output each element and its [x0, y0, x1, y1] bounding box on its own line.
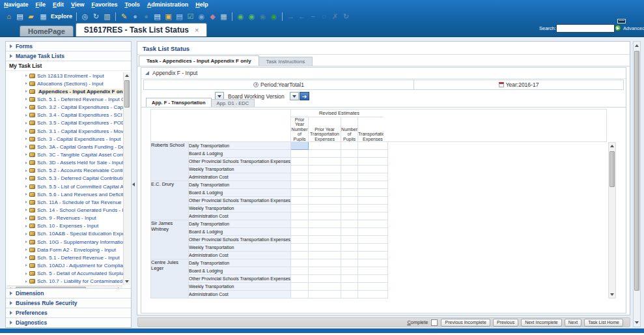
grid-cell[interactable] — [341, 181, 358, 189]
task-tree-item-label[interactable]: Data Form A2 - Enveloping - Input — [37, 247, 116, 253]
window-tab-homepage[interactable]: HomePage — [20, 25, 74, 36]
grid-cell[interactable] — [341, 291, 358, 299]
grid-cell[interactable] — [309, 173, 341, 181]
task-tree-item[interactable]: Sch. 5.1 - Deferred Revenue - Input Open… — [7, 95, 124, 103]
expand-icon[interactable] — [25, 114, 27, 117]
new-document-icon[interactable]: ▤ — [14, 12, 25, 22]
complete-checkbox[interactable] — [431, 319, 438, 326]
grid-cell[interactable] — [309, 150, 341, 158]
task-tree-item-label[interactable]: Sch. 5.5 - List of Committed Capital Amt… — [37, 184, 124, 190]
grid-cell[interactable] — [309, 267, 341, 275]
expand-icon[interactable] — [25, 74, 27, 77]
menu-navigate[interactable]: Navigate — [4, 1, 29, 8]
grid-cell[interactable] — [309, 244, 341, 252]
task-tree-item-label[interactable]: Sch. 3.2 - Capital Expenditures - Capita… — [37, 104, 124, 110]
grid-cell[interactable] — [341, 189, 358, 197]
advanced-search-link[interactable]: Advanced — [623, 25, 644, 31]
task-tree-item-label[interactable]: Sch. 3.4 - Capital Expenditures - SCI an… — [37, 112, 124, 118]
scroll-up-icon[interactable] — [635, 44, 639, 47]
tab-task-instructions[interactable]: Task Instructions — [259, 57, 313, 66]
task-tree-item-label[interactable]: Sch. 3C - Tangible Capital Asset Continu… — [37, 152, 124, 158]
task-list-home-button[interactable]: Task List Home — [584, 319, 623, 327]
task-tree-item-label[interactable]: Sch. 10 - Expenses - Input — [37, 223, 98, 229]
grid-cell[interactable] — [341, 166, 358, 173]
home-icon[interactable]: ⌂ — [3, 12, 14, 22]
task-tree-item[interactable]: Sch. 3.1 - Capital Expenditures - Moveab… — [7, 127, 124, 135]
menu-view[interactable]: View — [71, 1, 84, 8]
grid-cell[interactable] — [291, 252, 309, 259]
task-tree-item[interactable]: Sch. 9 - Revenues - Input — [7, 214, 124, 222]
info-icon[interactable]: ◉ — [196, 12, 207, 22]
indent-icon[interactable]: → — [285, 12, 296, 22]
grid-cell[interactable] — [341, 228, 358, 236]
grid-cell[interactable] — [358, 228, 388, 236]
expand-icon[interactable] — [25, 256, 27, 259]
task-tree-item-label[interactable]: Sch. 10G - Supplementary Information on … — [37, 239, 124, 245]
grid-cell[interactable] — [358, 166, 388, 173]
grid-cell[interactable] — [309, 236, 341, 244]
task-tree-item-label[interactable]: Sch. 5.3 - Deferred Capital Contribution… — [37, 175, 124, 181]
grid-cell[interactable] — [291, 244, 309, 252]
collapse-section-icon[interactable] — [145, 71, 149, 75]
grid-cell[interactable] — [309, 166, 341, 173]
export-icon[interactable]: ◉ — [268, 12, 279, 22]
grid-cell[interactable] — [358, 173, 388, 181]
sidebar-section-dimension[interactable]: Dimension — [6, 288, 131, 298]
grid-cell[interactable] — [291, 189, 309, 197]
window-tab-s1617res-task-list-status[interactable]: S1617RES - Task List Status× — [76, 23, 208, 36]
collapse-toolbar-icon[interactable] — [617, 19, 626, 23]
expand-icon[interactable] — [25, 122, 27, 124]
task-tree-item[interactable]: Sch. 3.5 - Capital Expenditures - POD Ex… — [7, 119, 124, 127]
task-tree-item-label[interactable]: Sch. 10ADJ - Adjustment for Compliance P… — [37, 263, 124, 269]
outdent-icon[interactable]: ← — [296, 12, 307, 22]
grid-cell[interactable] — [358, 267, 388, 275]
grid-cell[interactable] — [309, 142, 341, 150]
grid-cell[interactable] — [358, 158, 388, 166]
grid-vertical-scrollbar[interactable] — [608, 142, 616, 299]
grid-cell[interactable] — [341, 220, 358, 228]
grid-cell[interactable] — [358, 291, 388, 299]
main-vertical-scrollbar[interactable] — [633, 41, 641, 327]
task-tree-item-label[interactable]: Appendices - Input Appendix F only — [37, 89, 124, 95]
grid-cell[interactable] — [341, 283, 358, 291]
task-tree-item[interactable]: Sch. 5 - Detail of Accumulated Surplus (… — [7, 270, 124, 278]
task-tree-item[interactable]: Sch. 10 - Expenses - Input — [7, 222, 124, 230]
grid-cell[interactable] — [358, 252, 388, 259]
scroll-thumb[interactable] — [634, 51, 639, 291]
grid-cell[interactable] — [358, 212, 388, 220]
explore-button[interactable]: ▦ — [38, 12, 49, 22]
expand-icon[interactable] — [10, 311, 12, 315]
grid-cell[interactable] — [291, 267, 309, 275]
task-tree-item-label[interactable]: Sch. 14 - School Generated Funds - Input — [37, 207, 124, 213]
go-button[interactable]: ➔ — [300, 92, 309, 100]
sidebar-section-preferences[interactable]: Preferences — [6, 308, 131, 317]
expand-icon[interactable] — [25, 201, 27, 203]
grid-cell[interactable] — [309, 220, 341, 228]
sidebar-section-diagnostics[interactable]: Diagnostics — [6, 317, 131, 327]
expand-icon[interactable] — [10, 54, 12, 58]
grid-cell[interactable] — [309, 291, 341, 299]
grid-cell[interactable] — [341, 275, 358, 283]
task-tree-item[interactable]: Sch. 10ADJ - Adjustment for Compliance P… — [7, 261, 124, 269]
grid-cell[interactable] — [341, 150, 358, 158]
expand-icon[interactable] — [25, 82, 27, 85]
scroll-down-icon[interactable] — [610, 293, 614, 296]
grid-cell[interactable] — [309, 259, 341, 267]
task-tree-item[interactable]: Sch. 10A&B - Special Education Expenses … — [7, 230, 124, 238]
task-tree-item[interactable]: Sch. 5.2 - Accounts Receivable Continuit… — [7, 167, 124, 175]
grid-cell[interactable] — [341, 173, 358, 181]
expand-icon[interactable] — [25, 106, 27, 109]
grid-cell[interactable] — [291, 283, 309, 291]
grid-cell[interactable] — [291, 275, 309, 283]
grid-column-header[interactable]: Prior Year Number of Pupils — [291, 117, 309, 142]
task-list-icon[interactable]: ▤ — [174, 12, 185, 22]
expand-icon[interactable] — [25, 280, 27, 283]
task-tree-item-label[interactable]: Sch. 11A - Schedule of Tax Revenue - Inp… — [37, 199, 124, 205]
expand-icon[interactable] — [25, 138, 27, 140]
tab-app-f-transportation[interactable]: App. F - Transportation — [146, 98, 212, 108]
sidebar-section-my-task-list[interactable]: My Task List — [6, 61, 131, 71]
task-tree-item-label[interactable]: Sch. 10A&B - Special Education Expenses … — [37, 231, 124, 237]
grid-icon[interactable]: ▦ — [218, 12, 229, 22]
edit-icon[interactable]: ✎ — [119, 12, 130, 22]
expand-icon[interactable] — [25, 217, 27, 220]
